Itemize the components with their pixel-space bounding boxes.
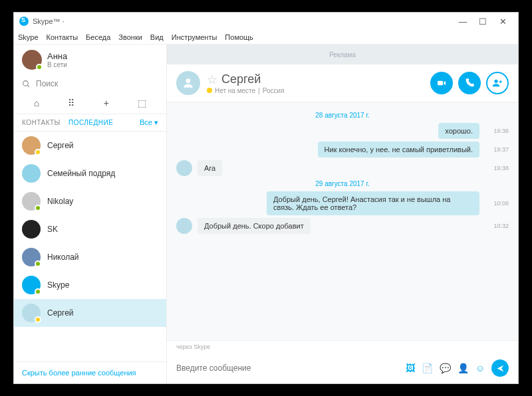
contact-name: SK bbox=[47, 225, 58, 234]
contact-item[interactable]: Skype bbox=[14, 271, 166, 299]
sidebar-tabs: КОНТАКТЫ ПОСЛЕДНИЕ Все ▾ bbox=[14, 114, 166, 132]
menu-calls[interactable]: Звонки bbox=[118, 33, 142, 41]
status-online-icon bbox=[35, 205, 41, 211]
add-people-button[interactable] bbox=[486, 72, 509, 94]
bot-icon[interactable]: ⬚ bbox=[132, 95, 152, 111]
menu-help[interactable]: Помощь bbox=[225, 33, 253, 41]
profile[interactable]: Анна В сети bbox=[14, 45, 166, 75]
message-input[interactable] bbox=[176, 363, 400, 373]
status-away-icon bbox=[35, 316, 41, 323]
contact-name: Сергей bbox=[47, 141, 74, 150]
message-bubble: Добрый день, Сергей! Анастасия так и не … bbox=[267, 191, 479, 215]
search-placeholder: Поиск bbox=[36, 79, 58, 88]
menu-tools[interactable]: Инструменты bbox=[172, 33, 217, 41]
maximize-button[interactable]: ☐ bbox=[473, 17, 493, 27]
send-button[interactable] bbox=[491, 359, 509, 377]
main-panel: Реклама ☆ Сергей Нет на месте | Россия bbox=[167, 45, 518, 383]
message-time: 19:38 bbox=[490, 165, 509, 171]
contact-item[interactable]: Сергей bbox=[14, 132, 166, 159]
contact-item[interactable]: Семейный подряд bbox=[14, 159, 166, 187]
sidebar: Анна В сети Поиск ⌂ ⠿ + ⬚ КОНТАКТЫ ПОСЛЕ… bbox=[14, 45, 167, 383]
status-online-icon bbox=[35, 260, 41, 267]
audio-call-button[interactable] bbox=[458, 72, 481, 94]
contact-card-icon[interactable]: 👤 bbox=[458, 363, 469, 373]
add-person-icon bbox=[492, 78, 503, 88]
send-icon bbox=[496, 364, 505, 373]
message-time: 10:08 bbox=[490, 200, 509, 207]
search-row[interactable]: Поиск bbox=[14, 75, 166, 92]
menu-skype[interactable]: Skype bbox=[18, 33, 39, 41]
svg-rect-3 bbox=[438, 81, 443, 86]
date-separator: 29 августа 2017 г. bbox=[176, 180, 509, 187]
video-call-button[interactable] bbox=[430, 72, 453, 94]
chat-subtitle: Нет на месте | Россия bbox=[207, 87, 424, 94]
ad-banner[interactable]: Реклама bbox=[167, 45, 518, 64]
titlebar: Skype™ · — ☐ ✕ bbox=[14, 13, 518, 30]
message-bubble: хорошо. bbox=[438, 123, 479, 139]
message-bubble: Ага bbox=[198, 160, 222, 176]
message-row: хорошо. 19:36 bbox=[176, 123, 509, 139]
emoji-icon[interactable]: ☺ bbox=[475, 363, 485, 373]
app-window: Skype™ · — ☐ ✕ Skype Контакты Беседа Зво… bbox=[13, 12, 519, 384]
dialpad-icon[interactable]: ⠿ bbox=[63, 95, 80, 111]
svg-point-2 bbox=[186, 78, 191, 83]
date-separator: 28 августа 2017 г. bbox=[176, 112, 509, 119]
contact-name: Николай bbox=[47, 252, 79, 262]
window-title: Skype™ bbox=[33, 17, 61, 25]
close-button[interactable]: ✕ bbox=[493, 17, 513, 27]
message-time: 19:37 bbox=[490, 146, 509, 153]
composer: 🖼 📄 💬 👤 ☺ bbox=[167, 353, 518, 383]
contact-item[interactable]: Сергей bbox=[14, 299, 166, 327]
avatar bbox=[22, 50, 42, 70]
hide-earlier-link[interactable]: Скрыть более ранние сообщения bbox=[14, 361, 166, 383]
video-message-icon[interactable]: 💬 bbox=[440, 363, 451, 373]
menu-conversation[interactable]: Беседа bbox=[86, 33, 110, 41]
attach-file-icon[interactable]: 📄 bbox=[422, 363, 433, 373]
filter-all[interactable]: Все ▾ bbox=[140, 118, 158, 127]
svg-line-1 bbox=[27, 85, 29, 87]
phone-icon bbox=[464, 78, 475, 88]
chat-avatar bbox=[176, 71, 200, 95]
profile-name: Анна bbox=[47, 51, 67, 61]
video-icon bbox=[436, 78, 447, 88]
message-bubble: Добрый день. Скоро добавит bbox=[198, 218, 311, 234]
message-time: 19:36 bbox=[490, 128, 509, 134]
add-icon[interactable]: + bbox=[98, 95, 114, 111]
svg-point-4 bbox=[494, 80, 497, 83]
menubar: Skype Контакты Беседа Звонки Вид Инструм… bbox=[14, 30, 518, 45]
contact-item[interactable]: SK bbox=[14, 215, 166, 243]
chat-title: ☆ Сергей bbox=[207, 72, 424, 87]
menu-view[interactable]: Вид bbox=[150, 33, 164, 41]
status-online-icon bbox=[35, 288, 41, 295]
message-row: Ник конечно, у нее. не самый приветливый… bbox=[176, 142, 509, 157]
message-avatar bbox=[176, 160, 192, 176]
minimize-button[interactable]: — bbox=[453, 17, 473, 27]
status-away-icon bbox=[35, 149, 41, 155]
message-row: Ага 19:38 bbox=[176, 160, 509, 176]
contact-name: Сергей bbox=[47, 308, 74, 318]
message-bubble: Ник конечно, у нее. не самый приветливый… bbox=[318, 142, 479, 157]
menu-contacts[interactable]: Контакты bbox=[47, 33, 78, 41]
chat-header: ☆ Сергей Нет на месте | Россия bbox=[167, 64, 518, 102]
tab-contacts[interactable]: КОНТАКТЫ bbox=[22, 119, 61, 126]
contact-name: Nikolay bbox=[47, 197, 73, 206]
contact-name: Skype bbox=[47, 280, 69, 290]
chat-area[interactable]: 28 августа 2017 г. хорошо. 19:36 Ник кон… bbox=[167, 102, 518, 340]
nav-icons: ⌂ ⠿ + ⬚ bbox=[14, 92, 166, 114]
attach-image-icon[interactable]: 🖼 bbox=[406, 363, 415, 373]
search-icon bbox=[22, 80, 31, 88]
message-avatar bbox=[176, 218, 192, 234]
contact-item[interactable]: Nikolay bbox=[14, 187, 166, 215]
svg-point-0 bbox=[23, 80, 29, 86]
via-label: через Skype bbox=[167, 340, 518, 353]
contact-list: Сергей Семейный подряд Nikolay SK Никола… bbox=[14, 132, 166, 361]
status-away-icon bbox=[207, 88, 212, 93]
tab-recent[interactable]: ПОСЛЕДНИЕ bbox=[68, 119, 113, 126]
contact-name: Семейный подряд bbox=[47, 169, 115, 178]
home-icon[interactable]: ⌂ bbox=[29, 95, 45, 111]
message-row: Добрый день, Сергей! Анастасия так и не … bbox=[176, 191, 509, 215]
status-online-icon bbox=[36, 64, 43, 70]
skype-logo-icon bbox=[19, 17, 29, 26]
contact-item[interactable]: Николай bbox=[14, 243, 166, 271]
profile-status: В сети bbox=[47, 61, 67, 68]
